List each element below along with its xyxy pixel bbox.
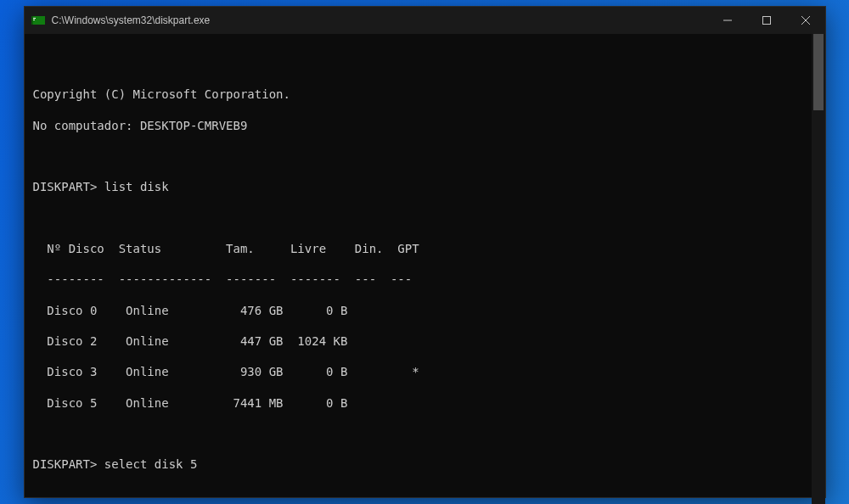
minimize-button[interactable]: [708, 7, 747, 34]
output-line: [33, 488, 803, 503]
maximize-button[interactable]: [747, 7, 786, 34]
svg-rect-2: [33, 18, 36, 19]
terminal-content[interactable]: Copyright (C) Microsoft Corporation. No …: [25, 34, 812, 504]
prompt-label: DISKPART>: [33, 180, 98, 193]
scrollbar-thumb[interactable]: [813, 34, 824, 110]
scrollbar[interactable]: [812, 34, 825, 504]
output-line: [33, 210, 803, 226]
table-row: Disco 3 Online 930 GB 0 B *: [33, 364, 803, 379]
prompt-label: DISKPART>: [33, 457, 98, 471]
table-header: Nº Disco Status Tam. Livre Din. GPT: [33, 241, 803, 256]
output-line: [33, 56, 803, 71]
output-line: Copyright (C) Microsoft Corporation.: [33, 87, 803, 102]
prompt-line: DISKPART> select disk 5: [33, 456, 803, 472]
terminal-window: C:\Windows\system32\diskpart.exe Copyrig…: [24, 6, 826, 498]
svg-rect-1: [31, 16, 33, 25]
prompt-line: DISKPART> list disk: [33, 179, 803, 194]
output-line: [33, 148, 803, 164]
titlebar-left: C:\Windows\system32\diskpart.exe: [31, 14, 211, 27]
table-row: Disco 0 Online 476 GB 0 B: [33, 303, 803, 318]
svg-rect-3: [33, 20, 35, 20]
titlebar[interactable]: C:\Windows\system32\diskpart.exe: [25, 7, 825, 34]
table-row: Disco 5 Online 7441 MB 0 B: [33, 395, 803, 411]
svg-rect-4: [723, 20, 732, 21]
command-text: select disk 5: [97, 457, 197, 471]
command-text: list disk: [97, 180, 168, 193]
table-divider: -------- ------------- ------- ------- -…: [33, 272, 803, 287]
close-button[interactable]: [786, 7, 825, 34]
output-line: [33, 426, 803, 441]
svg-rect-5: [762, 17, 770, 25]
window-title: C:\Windows\system32\diskpart.exe: [52, 14, 211, 26]
window-controls: [708, 7, 825, 34]
output-line: No computador: DESKTOP-CMRVEB9: [33, 118, 803, 133]
terminal-body: Copyright (C) Microsoft Corporation. No …: [25, 34, 825, 504]
app-icon: [31, 14, 45, 27]
table-row: Disco 2 Online 447 GB 1024 KB: [33, 333, 803, 349]
